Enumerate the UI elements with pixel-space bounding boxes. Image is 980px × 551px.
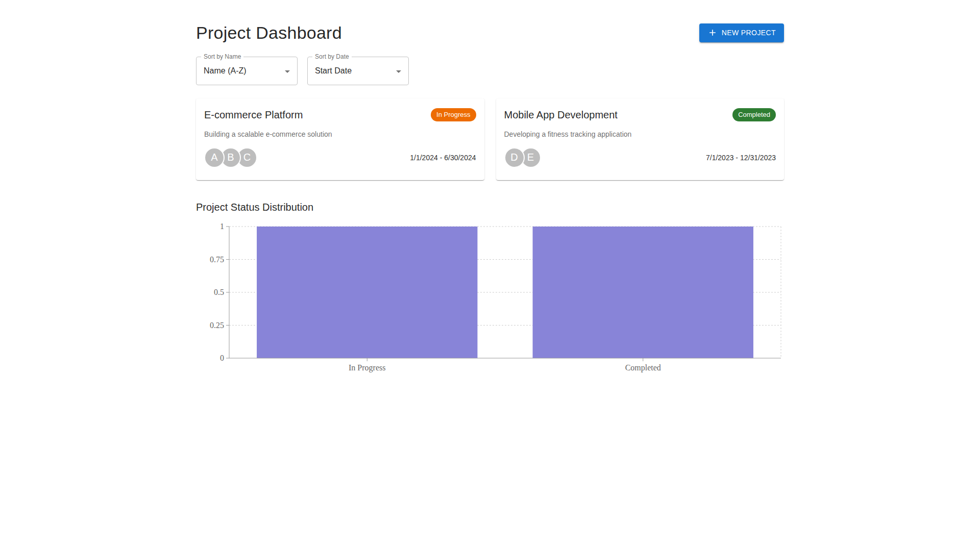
page-title: Project Dashboard xyxy=(196,22,342,43)
sort-by-name-label: Sort by Name xyxy=(201,53,243,61)
project-description: Building a scalable e-commerce solution xyxy=(204,129,476,139)
bar-In Progress xyxy=(257,227,477,358)
y-tick-label: 1 xyxy=(220,222,224,231)
avatar: A xyxy=(204,147,225,168)
sort-by-name-select[interactable]: Sort by Name Name (A-Z) xyxy=(196,57,298,85)
sort-by-date-label: Sort by Date xyxy=(312,53,352,61)
project-card-ecommerce: E-commerce Platform In Progress Building… xyxy=(196,98,484,180)
status-distribution-chart: 00.250.50.751In ProgressCompleted xyxy=(196,222,784,375)
y-tick-label: 0 xyxy=(220,354,224,362)
card-footer: A B C 1/1/2024 - 6/30/2024 xyxy=(204,147,476,168)
project-dates: 7/1/2023 - 12/31/2023 xyxy=(706,154,776,162)
chart-section-title: Project Status Distribution xyxy=(196,202,784,213)
plus-icon xyxy=(707,28,718,38)
bar-Completed xyxy=(533,227,753,358)
project-cards: E-commerce Platform In Progress Building… xyxy=(196,98,784,180)
avatar-group: D E xyxy=(504,147,541,168)
status-badge: Completed xyxy=(732,108,776,121)
card-header: E-commerce Platform In Progress xyxy=(204,107,476,123)
dashboard-container: Project Dashboard NEW PROJECT Sort by Na… xyxy=(196,0,784,375)
new-project-button-label: NEW PROJECT xyxy=(722,29,776,37)
sort-by-date-select[interactable]: Sort by Date Start Date xyxy=(307,57,409,85)
chevron-down-icon xyxy=(393,65,405,78)
x-tick-label: In Progress xyxy=(349,363,385,372)
avatar: D xyxy=(504,147,525,168)
y-tick-label: 0.25 xyxy=(210,320,224,329)
card-header: Mobile App Development Completed xyxy=(504,107,776,123)
sort-by-name-value: Name (A-Z) xyxy=(197,66,247,76)
header: Project Dashboard NEW PROJECT xyxy=(196,22,784,43)
card-footer: D E 7/1/2023 - 12/31/2023 xyxy=(504,147,776,168)
project-dates: 1/1/2024 - 6/30/2024 xyxy=(410,154,476,162)
new-project-button[interactable]: NEW PROJECT xyxy=(699,23,784,42)
chevron-down-icon xyxy=(281,65,293,78)
filters: Sort by Name Name (A-Z) Sort by Date Sta… xyxy=(196,57,784,85)
x-tick-label: Completed xyxy=(625,363,661,372)
status-badge: In Progress xyxy=(431,108,476,121)
y-tick-label: 0.75 xyxy=(210,255,224,263)
y-tick-label: 0.5 xyxy=(214,288,224,296)
sort-by-date-value: Start Date xyxy=(308,66,352,76)
project-card-mobile-app: Mobile App Development Completed Develop… xyxy=(496,98,785,180)
project-name: E-commerce Platform xyxy=(204,107,303,123)
project-name: Mobile App Development xyxy=(504,107,618,123)
avatar-group: A B C xyxy=(204,147,257,168)
project-description: Developing a fitness tracking applicatio… xyxy=(504,129,776,139)
